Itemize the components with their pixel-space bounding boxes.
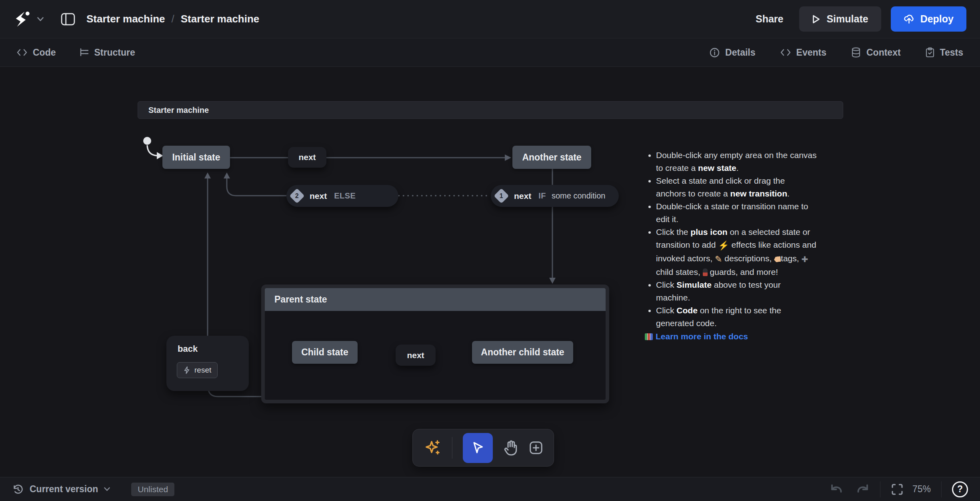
help-item: Click Simulate above to test your machin… — [656, 279, 817, 304]
sparkles-icon — [423, 439, 442, 457]
tools-divider — [452, 437, 452, 459]
transition-order-badge: 1 — [494, 188, 509, 203]
footer-divider — [941, 481, 942, 497]
zoom-level[interactable]: 75% — [912, 484, 931, 495]
redo-button[interactable] — [855, 483, 870, 495]
fit-view-button[interactable] — [891, 483, 904, 496]
help-item: Double-click a state or transition name … — [656, 200, 817, 226]
help-item: Double-click any empty area on the canva… — [656, 149, 817, 174]
zap-icon — [183, 366, 190, 374]
visibility-badge: Unlisted — [131, 483, 174, 496]
canvas-tools-bar — [412, 429, 554, 467]
state-another-child[interactable]: Another child state — [472, 341, 573, 364]
state-initial[interactable]: Initial state — [162, 146, 230, 169]
help-panel: Double-click any empty area on the canva… — [645, 149, 817, 343]
guard-emoji — [703, 269, 708, 276]
pen-emoji: ✎ — [715, 253, 722, 266]
docs-link[interactable]: Learn more in the docs — [645, 330, 817, 343]
footer-divider — [880, 481, 880, 497]
chevron-down-icon — [104, 487, 110, 491]
history-icon — [12, 483, 24, 495]
transition-next-if[interactable]: 1 next IF some condition — [491, 185, 619, 207]
state-another[interactable]: Another state — [512, 146, 591, 169]
pan-tool[interactable] — [503, 440, 518, 456]
transition-back-label: back — [178, 344, 198, 354]
machine-root-state[interactable]: Starter machine — [138, 101, 843, 119]
undo-button[interactable] — [830, 483, 844, 495]
help-item: Click Code on the right to see the gener… — [656, 304, 817, 330]
transition-child-next[interactable]: next — [396, 345, 436, 366]
hand-icon — [503, 440, 518, 456]
plus-emoji: ✚ — [801, 253, 808, 266]
status-bar: Current version Unlisted 75% ? — [0, 477, 980, 501]
transition-next[interactable]: next — [288, 147, 326, 168]
select-tool[interactable] — [463, 433, 493, 463]
ai-assist-tool[interactable] — [423, 439, 442, 457]
action-reset-chip[interactable]: reset — [177, 362, 218, 378]
transition-wires — [0, 0, 980, 501]
books-emoji — [645, 333, 653, 340]
transition-order-badge: 2 — [289, 188, 304, 203]
status-bar-right: 75% ? — [830, 481, 968, 497]
help-item: Select a state and click or drag the anc… — [656, 174, 817, 200]
transition-back[interactable]: back reset — [166, 336, 249, 391]
zap-emoji: ⚡ — [718, 239, 729, 252]
version-selector[interactable]: Current version — [12, 483, 110, 495]
parent-state-header[interactable]: Parent state — [265, 288, 606, 311]
add-state-tool[interactable] — [529, 441, 543, 455]
help-list: Double-click any empty area on the canva… — [645, 149, 817, 330]
plus-square-icon — [529, 441, 543, 455]
transition-next-else[interactable]: 2 next ELSE — [286, 185, 398, 207]
stately-editor: Starter machine / Starter machine Share … — [0, 0, 980, 501]
machine-title: Starter machine — [148, 106, 209, 115]
tag-emoji — [774, 256, 781, 263]
help-item: Click the plus icon on a selected state … — [656, 226, 817, 279]
state-child[interactable]: Child state — [292, 341, 358, 364]
help-button[interactable]: ? — [952, 481, 968, 497]
cursor-icon — [472, 441, 484, 455]
